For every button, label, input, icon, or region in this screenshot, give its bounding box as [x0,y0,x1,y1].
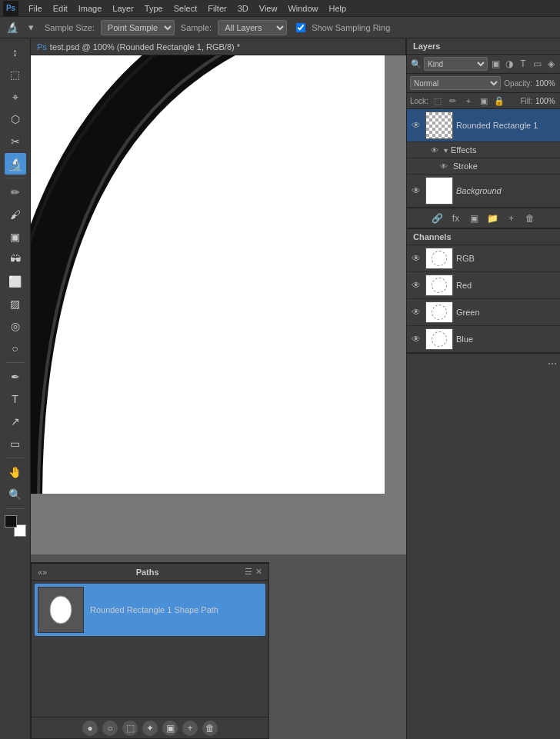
lock-transparent-btn[interactable]: ⬚ [432,95,444,107]
menu-file[interactable]: File [23,4,48,13]
new-path-btn[interactable]: + [182,721,198,736]
new-group-btn[interactable]: 📁 [486,211,500,225]
menu-edit[interactable]: Edit [48,4,73,13]
menu-select[interactable]: Select [168,4,203,13]
lock-image-btn[interactable]: ✏ [447,95,459,107]
eraser-tool-btn[interactable]: ⬜ [5,271,26,292]
selection-to-path-btn[interactable]: ✦ [142,721,158,736]
filter-kind-select[interactable]: Kind [424,57,488,71]
new-layer-btn[interactable]: + [505,211,518,225]
paths-panel-close-btn[interactable]: ✕ [255,567,262,577]
shape-tool-btn[interactable]: ▭ [5,433,26,454]
canvas-tab[interactable]: Ps test.psd @ 100% (Rounded Rectangle 1,… [31,38,406,55]
lock-all-btn[interactable]: 🔒 [493,95,505,107]
gradient-tool-btn[interactable]: ▨ [5,293,26,315]
right-panel: Layers 🔍 Kind ▣ ◑ T ▭ ◈ Normal Opacity: [406,38,560,739]
sample-size-select[interactable]: Point Sample [101,20,175,35]
delete-path-btn[interactable]: 🗑 [202,721,218,736]
channel-blue[interactable]: 👁 Blue [407,326,560,353]
channel-red[interactable]: 👁 Red [407,272,560,299]
paths-panel-collapse-icon[interactable]: «» [38,568,47,577]
menu-help[interactable]: Help [324,4,352,13]
path-item[interactable]: Rounded Rectangle 1 Shape Path [35,584,265,636]
channel-green-circle [432,305,447,320]
fill-path-btn[interactable]: ● [82,721,98,736]
eyedropper-tool-btn[interactable]: 🔬 [5,153,26,175]
channel-rgb-visibility[interactable]: 👁 [410,252,422,265]
menu-layer[interactable]: Layer [107,4,139,13]
stroke-path-btn[interactable]: ○ [102,721,118,736]
blend-mode-select[interactable]: Normal [410,76,501,90]
eyedropper-chevron-icon[interactable]: ▾ [23,20,38,35]
color-swatches[interactable] [5,515,26,537]
layer-visibility-rounded-rect[interactable]: 👁 [410,119,422,131]
zoom-tool-btn[interactable]: 🔍 [5,484,26,505]
healing-tool-btn[interactable]: ✏ [5,181,26,203]
pen-tool-btn[interactable]: ✒ [5,366,26,388]
filter-shape-btn[interactable]: ▭ [531,58,543,70]
layers-blend-row: Normal Opacity: 100% [407,74,560,93]
show-sampling-ring-checkbox[interactable] [296,23,305,32]
brush-tool-btn[interactable]: 🖌 [5,204,26,225]
lock-artboard-btn[interactable]: ▣ [478,95,490,107]
fill-value[interactable]: 100% [535,97,557,105]
delete-layer-btn[interactable]: 🗑 [523,211,537,225]
blur-tool-btn[interactable]: ◎ [5,315,26,337]
lasso-tool-btn[interactable]: ⌖ [5,86,26,108]
channel-green[interactable]: 👁 Green [407,299,560,326]
filter-type-btn[interactable]: T [517,58,529,70]
layer-visibility-background[interactable]: 👁 [410,185,422,197]
channel-blue-visibility[interactable]: 👁 [410,333,422,345]
stroke-visibility-btn[interactable]: 👁 [438,160,450,172]
link-layers-btn[interactable]: 🔗 [431,211,445,225]
filter-smart-btn[interactable]: ◈ [545,58,557,70]
magic-wand-tool-btn[interactable]: ⬡ [5,108,26,130]
marquee-tool-btn[interactable]: ⬚ [5,64,26,85]
menu-3d[interactable]: 3D [232,4,254,13]
layers-panel-title: Layers [413,42,440,51]
add-layer-style-btn[interactable]: fx [449,211,463,225]
hand-tool-btn[interactable]: 🤚 [5,461,26,483]
sample-label: Sample: [178,23,215,32]
main-layout: ↕ ⬚ ⌖ ⬡ ✂ 🔬 ✏ 🖌 ▣ 🕶 ⬜ ▨ ◎ ○ ✒ T ↗ ▭ 🤚 🔍 … [0,38,560,739]
menu-type[interactable]: Type [139,4,168,13]
channel-green-visibility[interactable]: 👁 [410,306,422,318]
effects-visibility-btn[interactable]: 👁 [428,144,441,156]
sample-select[interactable]: All Layers [218,20,287,35]
menu-view[interactable]: View [254,4,283,13]
layer-item-background[interactable]: 👁 Background [407,175,560,208]
layer-thumbnail-background [425,177,453,205]
canvas-document [31,55,385,494]
layer-item-rounded-rect[interactable]: 👁 Rounded Rectangle 1 [407,109,560,142]
menu-image[interactable]: Image [73,4,108,13]
channels-panel-footer: ⋯ [407,353,560,373]
menu-window[interactable]: Window [282,4,323,13]
lock-position-btn[interactable]: + [462,95,475,107]
move-tool-btn[interactable]: ↕ [5,42,26,63]
channel-rgb[interactable]: 👁 RGB [407,245,560,272]
menu-filter[interactable]: Filter [202,4,232,13]
options-toolbar: 🔬 ▾ Sample Size: Point Sample Sample: Al… [0,17,560,38]
dodge-tool-btn[interactable]: ○ [5,338,26,359]
paths-panel-menu-btn[interactable]: ☰ [245,567,252,577]
opacity-value[interactable]: 100% [535,79,557,88]
channel-red-visibility[interactable]: 👁 [410,279,422,291]
channel-red-circle [432,278,447,293]
path-to-selection-btn[interactable]: ⬚ [122,721,138,736]
filter-pixel-btn[interactable]: ▣ [489,58,502,70]
path-selection-btn[interactable]: ↗ [5,411,26,432]
effects-collapse-icon[interactable]: ▾ [444,146,448,155]
layer-stroke-item[interactable]: 👁 Stroke [407,158,560,175]
foreground-color-swatch[interactable] [5,515,17,528]
mask-path-btn[interactable]: ▣ [162,721,178,736]
layers-lock-row: Lock: ⬚ ✏ + ▣ 🔒 Fill: 100% [407,93,560,109]
layer-effects-item[interactable]: 👁 ▾ Effects [407,142,560,158]
history-brush-btn[interactable]: 🕶 [5,248,26,270]
channels-footer-icon: ⋯ [548,358,557,369]
channel-red-name: Red [456,281,472,290]
clone-tool-btn[interactable]: ▣ [5,226,26,248]
type-tool-btn[interactable]: T [5,388,26,410]
add-mask-btn[interactable]: ▣ [468,211,482,225]
crop-tool-btn[interactable]: ✂ [5,131,26,152]
filter-adjust-btn[interactable]: ◑ [503,58,515,70]
